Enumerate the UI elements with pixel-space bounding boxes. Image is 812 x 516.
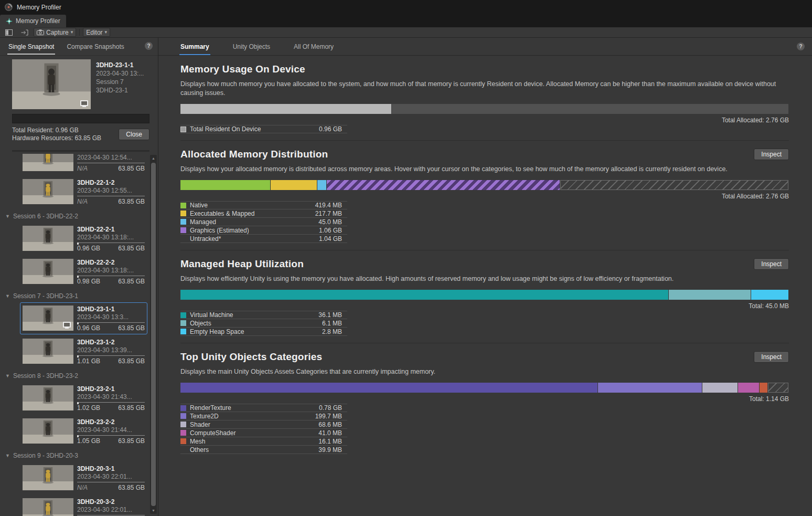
legend-label: Others bbox=[190, 446, 318, 454]
bar-segment-shader[interactable] bbox=[702, 383, 738, 393]
snapshot-title: 3DHD-22-1-2 bbox=[77, 179, 145, 187]
open-snapshot-session: Session 7 bbox=[96, 78, 144, 86]
sidebar-tabs: Single Snapshot Compare Snapshots ? bbox=[0, 38, 158, 56]
section-total: Total Allocated: 2.76 GB bbox=[180, 193, 789, 200]
collapse-triangle-icon[interactable]: ▼ bbox=[5, 374, 10, 378]
legend-swatch-icon bbox=[180, 127, 186, 132]
legend-value: 1.06 GB bbox=[319, 227, 347, 234]
open-snapshot-memory-bar bbox=[12, 114, 149, 123]
bar-segment-others[interactable] bbox=[768, 383, 788, 393]
scrollbar-thumb[interactable] bbox=[151, 163, 156, 506]
snapshot-resident: 0.96 GB bbox=[77, 245, 100, 252]
bar-segment-untracked[interactable] bbox=[560, 180, 788, 190]
snapshot-thumbnail bbox=[23, 418, 73, 444]
inspect-button[interactable]: Inspect bbox=[754, 149, 789, 160]
snapshot-thumbnail bbox=[23, 385, 73, 410]
snapshot-hardware: 63.85 GB bbox=[118, 437, 145, 445]
session-header[interactable]: ▼ Session 7 - 3DHD-23-1 bbox=[0, 289, 158, 301]
legend-swatch-icon bbox=[180, 422, 186, 427]
legend-row: Total Resident On Device 0.96 GB bbox=[180, 125, 347, 133]
snapshot-item[interactable]: 3DHD-23-1-1 2023-04-30 13:3... 0.96 GB 6… bbox=[20, 302, 147, 334]
legend-value: 68.6 MB bbox=[318, 421, 347, 428]
legend-row: Mesh 16.1 MB bbox=[180, 437, 347, 446]
snapshot-thumbnail bbox=[23, 465, 73, 490]
tab-summary[interactable]: Summary bbox=[179, 38, 210, 55]
legend-value: 1.04 GB bbox=[319, 235, 347, 243]
snapshot-item[interactable]: 2023-04-30 12:54... N/A 63.85 GB bbox=[20, 154, 147, 175]
bar-segment-rendertexture[interactable] bbox=[180, 383, 597, 393]
legend-row: Executables & Mapped 217.7 MB bbox=[180, 209, 347, 218]
session-header[interactable]: ▼ Session 6 - 3DHD-22-2 bbox=[0, 209, 158, 222]
tab-compare-snapshots[interactable]: Compare Snapshots bbox=[66, 39, 125, 55]
snapshot-thumbnail bbox=[23, 179, 73, 204]
section-bar bbox=[180, 180, 789, 190]
legend-label: Total Resident On Device bbox=[190, 125, 319, 133]
main-panel: Summary Unity Objects All Of Memory ? Me… bbox=[158, 38, 812, 516]
editor-platform-icon bbox=[63, 322, 71, 328]
snapshot-resident-meter bbox=[77, 402, 145, 404]
snapshot-item[interactable]: 3DHD-20-3-2 2023-04-30 22:01... N/A 63.8… bbox=[20, 495, 147, 516]
scrollbar-up-icon[interactable]: ▲ bbox=[150, 155, 157, 162]
snapshot-resident-meter bbox=[77, 243, 145, 245]
bar-segment-allocated-remainder[interactable] bbox=[392, 104, 788, 114]
bar-segment-texture2d[interactable] bbox=[598, 383, 702, 393]
tab-unity-objects[interactable]: Unity Objects bbox=[232, 38, 271, 55]
snapshot-list-scrollbar[interactable]: ▲ ▼ bbox=[150, 155, 157, 514]
legend-row: Objects 6.1 MB bbox=[180, 319, 347, 328]
summary-help-icon[interactable]: ? bbox=[797, 43, 805, 50]
scrollbar-down-icon[interactable]: ▼ bbox=[150, 507, 157, 514]
collapse-triangle-icon[interactable]: ▼ bbox=[5, 214, 10, 219]
bar-segment-objects[interactable] bbox=[669, 290, 751, 300]
snapshot-item[interactable]: 3DHD-23-2-1 2023-04-30 21:43... 1.02 GB … bbox=[20, 382, 147, 414]
sidebar-help-icon[interactable]: ? bbox=[145, 42, 153, 50]
snapshot-item[interactable]: 3DHD-22-2-1 2023-04-30 13:18:... 0.96 GB… bbox=[20, 223, 147, 255]
snapshot-item[interactable]: 3DHD-22-2-2 2023-04-30 13:18:... 0.98 GB… bbox=[20, 256, 147, 288]
bar-segment-graphics-estimated[interactable] bbox=[327, 180, 560, 190]
editor-target-dropdown[interactable]: Editor ▾ bbox=[83, 28, 110, 37]
bar-segment-empty-heap-space[interactable] bbox=[751, 290, 788, 300]
memory-profiler-window-tab[interactable]: Memory Profiler bbox=[0, 15, 66, 27]
snapshot-list: 2023-04-30 12:54... N/A 63.85 GB 3DHD-22… bbox=[0, 154, 158, 516]
bar-segment-native[interactable] bbox=[180, 180, 270, 190]
snapshot-item[interactable]: 3DHD-22-1-2 2023-04-30 12:55... N/A 63.8… bbox=[20, 176, 147, 208]
tab-all-of-memory[interactable]: All Of Memory bbox=[293, 38, 335, 55]
session-label: Session 9 - 3DHD-20-3 bbox=[13, 452, 78, 459]
bar-segment-virtual-machine[interactable] bbox=[180, 290, 668, 300]
tab-single-snapshot[interactable]: Single Snapshot bbox=[7, 39, 55, 55]
panel-layout-button[interactable] bbox=[2, 28, 16, 37]
snapshot-item[interactable]: 3DHD-23-2-2 2023-04-30 21:44... 1.05 GB … bbox=[20, 415, 147, 447]
close-snapshot-button[interactable]: Close bbox=[119, 129, 149, 140]
window-tabstrip: Memory Profiler bbox=[0, 14, 812, 27]
bar-segment-executables-mapped[interactable] bbox=[271, 180, 317, 190]
toolbar: Capture ▾ Editor ▾ bbox=[0, 27, 812, 38]
bar-segment-computeshader[interactable] bbox=[738, 383, 759, 393]
editor-label: Editor bbox=[86, 29, 102, 36]
capture-button[interactable]: Capture ▾ bbox=[34, 28, 76, 37]
legend-row: Native 419.4 MB bbox=[180, 201, 347, 209]
collapse-triangle-icon[interactable]: ▼ bbox=[5, 454, 10, 458]
legend-label: Executables & Mapped bbox=[190, 210, 315, 217]
snapshot-resident-meter bbox=[77, 322, 145, 324]
section-title: Memory Usage On Device bbox=[180, 64, 305, 75]
snapshot-title: 3DHD-23-2-2 bbox=[77, 418, 145, 426]
collapse-triangle-icon[interactable]: ▼ bbox=[5, 294, 10, 299]
capture-dropdown-icon[interactable]: ▾ bbox=[71, 30, 73, 35]
inspect-button[interactable]: Inspect bbox=[754, 351, 789, 363]
snapshot-resident-meter bbox=[77, 355, 145, 357]
import-icon bbox=[21, 29, 28, 36]
legend-value: 16.1 MB bbox=[318, 438, 347, 445]
bar-segment-mesh[interactable] bbox=[760, 383, 767, 393]
bar-segment-managed[interactable] bbox=[317, 180, 326, 190]
bar-segment-total-resident[interactable] bbox=[180, 104, 391, 114]
session-header[interactable]: ▼ Session 9 - 3DHD-20-3 bbox=[0, 448, 158, 461]
snapshot-item[interactable]: 3DHD-20-3-1 2023-04-30 22:01... N/A 63.8… bbox=[20, 462, 147, 494]
summary-sections: Memory Usage On Device Displays how much… bbox=[158, 56, 812, 516]
snapshot-item[interactable]: 3DHD-23-1-2 2023-04-30 13:39... 1.01 GB … bbox=[20, 335, 147, 367]
inspect-button[interactable]: Inspect bbox=[754, 258, 789, 270]
legend-label: Native bbox=[190, 202, 315, 209]
session-header[interactable]: ▼ Session 8 - 3DHD-23-2 bbox=[0, 368, 158, 381]
legend-swatch-icon bbox=[180, 438, 186, 444]
section-bar bbox=[180, 383, 789, 393]
snapshot-hardware: 63.85 GB bbox=[118, 357, 145, 365]
import-snapshot-button[interactable] bbox=[18, 28, 31, 37]
